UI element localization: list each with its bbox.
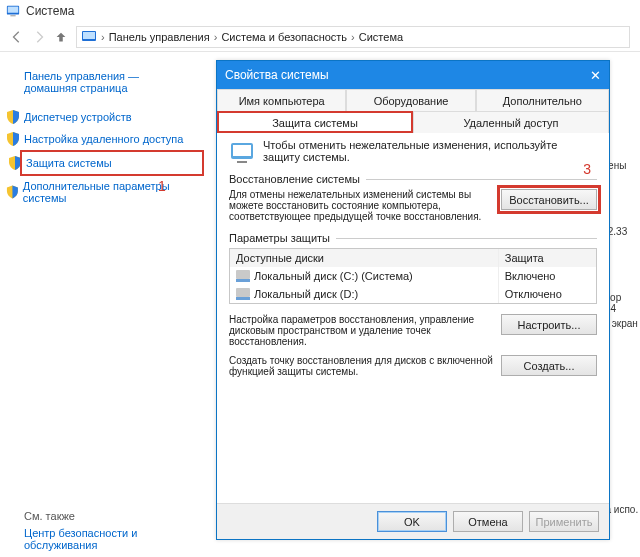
shield-icon bbox=[8, 156, 22, 170]
sidebar-item-label: Диспетчер устройств bbox=[24, 111, 132, 123]
window-titlebar: Система bbox=[0, 0, 640, 22]
disk-icon bbox=[236, 270, 250, 282]
svg-rect-9 bbox=[236, 288, 250, 297]
configure-text: Настройка параметров восстановления, упр… bbox=[229, 314, 493, 347]
tab-system-protection[interactable]: Защита системы bbox=[217, 111, 413, 133]
breadcrumb-seg[interactable]: Панель управления bbox=[109, 31, 210, 43]
breadcrumb[interactable]: › Панель управления › Система и безопасн… bbox=[76, 26, 630, 48]
chevron-right-icon: › bbox=[351, 31, 355, 43]
shield-icon bbox=[6, 110, 20, 124]
disk-name: Локальный диск (C:) (Система) bbox=[254, 270, 413, 282]
breadcrumb-seg[interactable]: Система и безопасность bbox=[221, 31, 347, 43]
see-also-link[interactable]: Центр безопасности и обслуживания bbox=[24, 527, 184, 551]
forward-button[interactable] bbox=[28, 26, 50, 48]
ok-button[interactable]: OK bbox=[377, 511, 447, 532]
cancel-button[interactable]: Отмена bbox=[453, 511, 523, 532]
window-title: Система bbox=[26, 4, 74, 18]
dialog-footer: OK Отмена Применить bbox=[217, 503, 609, 539]
protection-table[interactable]: Доступные диски Защита Локальный диск (C… bbox=[229, 248, 597, 304]
sidebar-item-remote[interactable]: Настройка удаленного доступа bbox=[24, 132, 200, 146]
svg-rect-8 bbox=[236, 279, 250, 282]
annotation-1: 1 bbox=[158, 178, 166, 194]
tab-advanced[interactable]: Дополнительно bbox=[476, 89, 609, 111]
restore-text: Для отмены нежелательных изменений систе… bbox=[229, 189, 493, 222]
system-properties-dialog: Свойства системы ✕ Имя компьютера Оборуд… bbox=[216, 60, 610, 540]
disk-icon bbox=[236, 288, 250, 300]
intro-text: Чтобы отменить нежелательные изменения, … bbox=[263, 139, 597, 165]
tab-computer-name[interactable]: Имя компьютера bbox=[217, 89, 346, 111]
sidebar-home-link[interactable]: Панель управления — домашняя страница bbox=[24, 70, 200, 94]
table-header-protection: Защита bbox=[499, 249, 596, 267]
chevron-right-icon: › bbox=[101, 31, 105, 43]
create-button[interactable]: Создать... bbox=[501, 355, 597, 376]
nav-bar: › Панель управления › Система и безопасн… bbox=[0, 22, 640, 52]
protection-icon bbox=[229, 139, 255, 165]
sidebar-item-device-manager[interactable]: Диспетчер устройств bbox=[24, 110, 200, 124]
svg-rect-10 bbox=[236, 297, 250, 300]
sidebar-item-label: Настройка удаленного доступа bbox=[24, 133, 183, 145]
disk-state: Отключено bbox=[499, 285, 596, 303]
svg-rect-6 bbox=[233, 145, 251, 156]
group-params: Параметры защиты bbox=[229, 232, 597, 244]
system-icon bbox=[81, 30, 97, 44]
apply-button[interactable]: Применить bbox=[529, 511, 599, 532]
shield-icon bbox=[6, 185, 19, 199]
table-header-disks: Доступные диски bbox=[230, 249, 499, 267]
annotation-3: 3 bbox=[583, 161, 591, 177]
table-row[interactable]: Локальный диск (D:) Отключено bbox=[230, 285, 596, 303]
tab-remote[interactable]: Удаленный доступ bbox=[413, 111, 609, 133]
system-icon bbox=[6, 4, 20, 18]
sidebar-item-label: Защита системы bbox=[26, 157, 112, 169]
svg-rect-2 bbox=[10, 15, 15, 16]
group-restore: Восстановление системы bbox=[229, 173, 597, 185]
close-icon[interactable]: ✕ bbox=[590, 68, 601, 83]
group-params-title: Параметры защиты bbox=[229, 232, 336, 244]
sidebar-item-label: Дополнительные параметры системы bbox=[23, 180, 200, 204]
group-restore-title: Восстановление системы bbox=[229, 173, 366, 185]
up-button[interactable] bbox=[50, 26, 72, 48]
restore-button[interactable]: Восстановить... bbox=[501, 189, 597, 210]
svg-rect-4 bbox=[83, 32, 95, 39]
tab-strip: Имя компьютера Оборудование Дополнительн… bbox=[217, 89, 609, 133]
back-button[interactable] bbox=[6, 26, 28, 48]
shield-icon bbox=[6, 132, 20, 146]
configure-button[interactable]: Настроить... bbox=[501, 314, 597, 335]
svg-rect-7 bbox=[236, 270, 250, 279]
chevron-right-icon: › bbox=[214, 31, 218, 43]
dialog-titlebar[interactable]: Свойства системы ✕ bbox=[217, 61, 609, 89]
svg-rect-1 bbox=[8, 7, 19, 13]
sidebar-item-advanced[interactable]: Дополнительные параметры системы bbox=[24, 180, 200, 204]
sidebar-item-system-protection[interactable]: Защита системы bbox=[24, 154, 200, 172]
tab-hardware[interactable]: Оборудование bbox=[346, 89, 475, 111]
breadcrumb-seg[interactable]: Система bbox=[359, 31, 403, 43]
sidebar: Панель управления — домашняя страница Ди… bbox=[0, 60, 200, 557]
table-row[interactable]: Локальный диск (C:) (Система) Включено bbox=[230, 267, 596, 285]
dialog-title: Свойства системы bbox=[225, 68, 329, 82]
create-text: Создать точку восстановления для дисков … bbox=[229, 355, 493, 377]
disk-state: Включено bbox=[499, 267, 596, 285]
see-also-heading: См. также bbox=[24, 510, 75, 522]
disk-name: Локальный диск (D:) bbox=[254, 288, 358, 300]
